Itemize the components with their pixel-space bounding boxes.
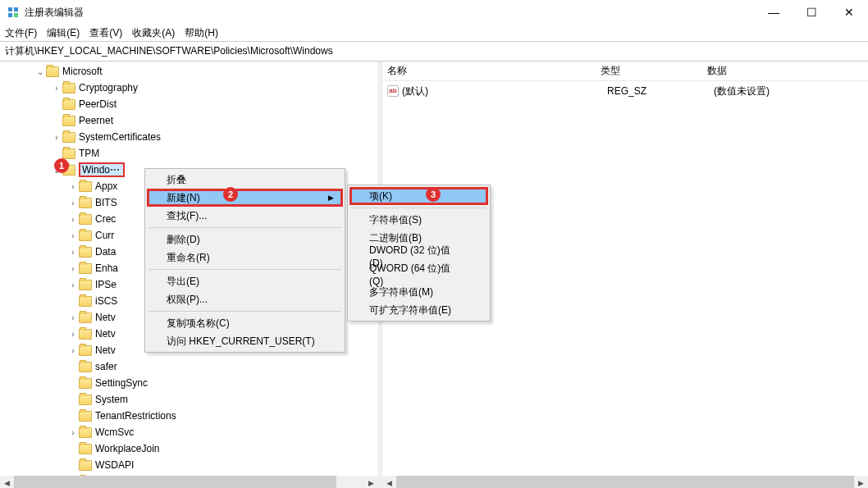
expand-icon[interactable]: › xyxy=(67,280,79,290)
menu-item-rename[interactable]: 重命名(R) xyxy=(147,249,343,267)
menu-item-new[interactable]: 新建(N) ▶ xyxy=(147,189,343,207)
expand-icon[interactable]: › xyxy=(67,215,79,224)
submenu-item-multistring[interactable]: 多字符串值(M) xyxy=(349,283,488,301)
expand-icon[interactable]: › xyxy=(51,133,62,142)
tree-item[interactable]: TenantRestrictions xyxy=(0,408,378,424)
tree-item-label: TPM xyxy=(79,148,99,159)
close-button[interactable]: ✕ xyxy=(830,0,868,25)
menu-item-export[interactable]: 导出(E) xyxy=(147,272,343,290)
folder-icon xyxy=(79,312,92,323)
folder-icon xyxy=(62,116,75,126)
tree-item-label: Microsoft xyxy=(62,66,103,77)
expand-icon[interactable]: › xyxy=(67,428,79,437)
folder-icon xyxy=(79,214,92,225)
menu-file[interactable]: 文件(F) xyxy=(5,26,37,40)
column-data[interactable]: 数据 xyxy=(702,62,868,80)
callout-3: 3 xyxy=(426,187,441,202)
submenu-item-qword[interactable]: QWORD (64 位)值(Q) xyxy=(349,265,488,283)
tree-item-label: TenantRestrictions xyxy=(95,410,176,422)
tree-item-label: Data xyxy=(95,246,116,258)
tree-item-label: Cryptography xyxy=(79,82,138,93)
submenu-item-expandstring[interactable]: 可扩充字符串值(E) xyxy=(349,301,488,319)
tree-item[interactable]: PeerDist xyxy=(0,96,378,112)
column-name[interactable]: 名称 xyxy=(382,62,596,80)
expand-icon[interactable]: › xyxy=(67,346,79,355)
scroll-track[interactable] xyxy=(14,476,364,488)
column-type[interactable]: 类型 xyxy=(596,62,702,80)
tree-item-label: System xyxy=(95,394,128,405)
submenu-item-key[interactable]: 项(K) xyxy=(349,187,488,205)
folder-icon xyxy=(79,247,92,258)
menu-view[interactable]: 查看(V) xyxy=(89,26,122,40)
tree-item[interactable]: ›Cryptography xyxy=(0,80,378,96)
menu-item-permissions[interactable]: 权限(P)... xyxy=(147,290,343,308)
expand-icon[interactable]: › xyxy=(67,313,79,322)
expand-icon[interactable]: › xyxy=(67,198,79,208)
scroll-left-button[interactable]: ◀ xyxy=(382,476,396,488)
tree-item-label: Appx xyxy=(95,180,117,192)
scroll-left-button[interactable]: ◀ xyxy=(0,476,14,488)
window-controls: — ☐ ✕ xyxy=(755,0,868,25)
menu-item-new-label: 新建(N) xyxy=(167,191,200,205)
folder-icon xyxy=(62,132,75,143)
folder-icon xyxy=(79,444,92,454)
tree-item-label: Windo⋯ xyxy=(79,162,125,177)
scroll-track[interactable] xyxy=(396,476,854,488)
folder-icon xyxy=(79,460,92,471)
expand-icon[interactable]: › xyxy=(67,330,79,339)
tree-item-label: BITS xyxy=(95,197,117,208)
scroll-right-button[interactable]: ▶ xyxy=(854,476,868,488)
context-menu: 折叠 新建(N) ▶ 查找(F)... 删除(D) 重命名(R) 导出(E) 权… xyxy=(144,168,345,353)
list-row[interactable]: (默认) REG_SZ (数值未设置) xyxy=(382,83,868,99)
maximize-button[interactable]: ☐ xyxy=(793,0,830,25)
scroll-right-button[interactable]: ▶ xyxy=(364,476,378,488)
menu-favorites[interactable]: 收藏夹(A) xyxy=(132,26,175,40)
tree-item-label: Crec xyxy=(95,213,116,225)
tree-item[interactable]: Peernet xyxy=(0,112,378,129)
minimize-button[interactable]: — xyxy=(755,0,793,25)
expand-icon[interactable]: › xyxy=(51,84,62,93)
expand-icon[interactable]: › xyxy=(67,264,79,273)
value-data: (数值未设置) xyxy=(714,84,868,98)
tree-item-label: WSDAPI xyxy=(95,459,134,471)
expand-icon[interactable]: › xyxy=(67,182,79,191)
menu-help[interactable]: 帮助(H) xyxy=(185,26,218,40)
folder-icon xyxy=(79,280,92,290)
tree-item[interactable]: WorkplaceJoin xyxy=(0,440,378,457)
tree-item[interactable]: ›SystemCertificates xyxy=(0,129,378,145)
tree-item[interactable]: ›WcmSvc xyxy=(0,424,378,440)
tree-item[interactable]: System xyxy=(0,391,378,408)
scroll-thumb[interactable] xyxy=(14,476,336,488)
tree-item[interactable]: SettingSync xyxy=(0,375,378,391)
tree-item-label: Netv xyxy=(95,328,116,340)
submenu-item-string[interactable]: 字符串值(S) xyxy=(349,211,488,229)
folder-icon xyxy=(62,99,75,110)
folder-icon xyxy=(79,362,92,372)
callout-2: 2 xyxy=(223,187,238,202)
list-scrollbar-horizontal[interactable]: ◀ ▶ xyxy=(382,476,868,488)
menu-item-goto-hkcu[interactable]: 访问 HKEY_CURRENT_USER(T) xyxy=(147,332,343,350)
menu-item-find[interactable]: 查找(F)... xyxy=(147,207,343,225)
folder-icon xyxy=(79,395,92,405)
menu-edit[interactable]: 编辑(E) xyxy=(47,26,80,40)
folder-icon xyxy=(46,66,59,77)
svg-rect-3 xyxy=(14,13,18,17)
folder-icon xyxy=(79,329,92,340)
folder-icon xyxy=(79,427,92,438)
tree-item[interactable]: WSDAPI xyxy=(0,457,378,473)
expand-icon[interactable]: › xyxy=(67,231,79,240)
menu-item-copy-key-name[interactable]: 复制项名称(C) xyxy=(147,314,343,332)
collapse-icon[interactable]: ⌄ xyxy=(34,67,46,76)
menu-separator xyxy=(148,269,341,270)
scroll-thumb[interactable] xyxy=(396,476,854,488)
menu-item-collapse[interactable]: 折叠 xyxy=(147,171,343,189)
tree-item[interactable]: ⌄Microsoft xyxy=(0,63,378,80)
tree-item-label: PeerDist xyxy=(79,98,116,110)
tree-item[interactable]: safer xyxy=(0,358,378,375)
expand-icon[interactable]: › xyxy=(67,248,79,257)
address-bar[interactable]: 计算机\HKEY_LOCAL_MACHINE\SOFTWARE\Policies… xyxy=(0,41,868,62)
folder-icon xyxy=(79,296,92,307)
menu-item-delete[interactable]: 删除(D) xyxy=(147,230,343,249)
folder-icon xyxy=(62,148,75,159)
tree-scrollbar-horizontal[interactable]: ◀ ▶ xyxy=(0,476,378,488)
